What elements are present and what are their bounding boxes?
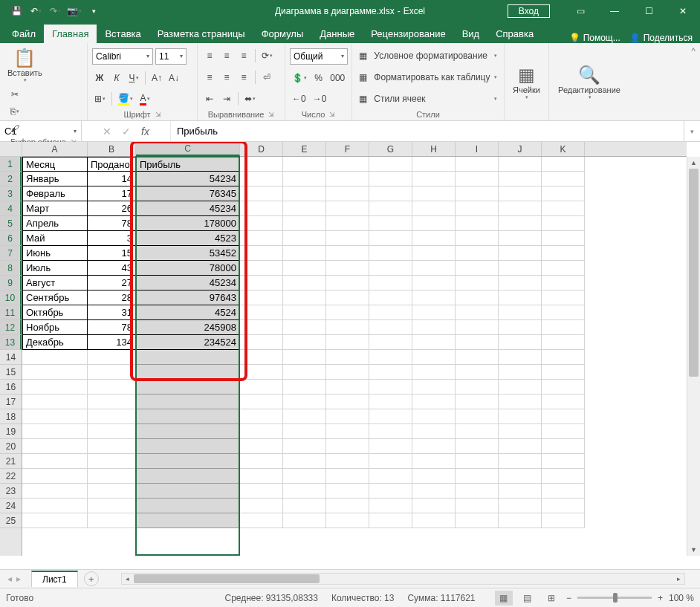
cell[interactable]: [499, 513, 542, 528]
cell[interactable]: [542, 484, 585, 499]
row-header[interactable]: 12: [0, 320, 22, 335]
cell[interactable]: [499, 350, 542, 365]
cell[interactable]: [369, 424, 412, 439]
cell[interactable]: [499, 439, 542, 454]
sheet-tab[interactable]: Лист1: [31, 571, 78, 587]
cell[interactable]: [240, 231, 283, 246]
cell[interactable]: [542, 172, 585, 186]
column-header[interactable]: H: [412, 142, 456, 156]
cell[interactable]: 97643: [136, 290, 240, 305]
tab-page-layout[interactable]: Разметка страницы: [149, 25, 253, 43]
cell[interactable]: [88, 484, 136, 499]
cell[interactable]: [283, 350, 326, 365]
cell[interactable]: [240, 513, 283, 528]
cell[interactable]: [326, 454, 369, 469]
cell[interactable]: [283, 439, 326, 454]
cell[interactable]: [326, 469, 369, 484]
cell[interactable]: 53452: [136, 246, 240, 261]
cell[interactable]: [136, 454, 240, 469]
cell[interactable]: [369, 320, 412, 335]
cell[interactable]: [412, 216, 456, 231]
camera-icon[interactable]: 📷▾: [65, 2, 83, 20]
cell[interactable]: Продано: [88, 157, 136, 172]
cell[interactable]: [283, 157, 326, 172]
cell[interactable]: [240, 454, 283, 469]
cell[interactable]: [136, 499, 240, 513]
cell[interactable]: [326, 172, 369, 186]
row-header[interactable]: 1: [0, 157, 22, 172]
increase-indent-button[interactable]: ⇥: [219, 91, 234, 106]
row-header[interactable]: 10: [0, 290, 22, 305]
cell[interactable]: [456, 469, 499, 484]
cell[interactable]: [283, 395, 326, 409]
font-name-combo[interactable]: Calibri▾: [92, 48, 153, 65]
cell[interactable]: [456, 157, 499, 172]
cell[interactable]: [283, 424, 326, 439]
cell[interactable]: [499, 157, 542, 172]
font-launcher-icon[interactable]: ⇲: [155, 111, 161, 118]
cell[interactable]: [283, 409, 326, 424]
cell[interactable]: [136, 350, 240, 365]
cell[interactable]: [412, 454, 456, 469]
page-layout-view-icon[interactable]: ▤: [519, 591, 537, 606]
cell[interactable]: [412, 484, 456, 499]
cell[interactable]: 78000: [136, 261, 240, 276]
cell[interactable]: [542, 395, 585, 409]
align-bottom-button[interactable]: ≡: [236, 48, 251, 63]
scroll-down-icon[interactable]: ▼: [687, 544, 700, 556]
cell[interactable]: [88, 424, 136, 439]
cell[interactable]: [369, 186, 412, 201]
collapse-ribbon-icon[interactable]: ^: [687, 43, 700, 120]
cell[interactable]: Май: [22, 231, 88, 246]
scroll-left-icon[interactable]: ◂: [122, 574, 134, 584]
cell[interactable]: [88, 439, 136, 454]
cell[interactable]: 234524: [136, 335, 240, 350]
hscroll-thumb[interactable]: [134, 574, 320, 583]
cell[interactable]: [412, 201, 456, 216]
cell[interactable]: 28: [88, 290, 136, 305]
cell[interactable]: [412, 350, 456, 365]
tab-view[interactable]: Вид: [454, 25, 488, 43]
cell[interactable]: [369, 469, 412, 484]
row-header[interactable]: 2: [0, 172, 22, 186]
row-header[interactable]: 13: [0, 335, 22, 350]
cell[interactable]: [22, 350, 88, 365]
cell[interactable]: [240, 380, 283, 395]
cell[interactable]: [326, 186, 369, 201]
font-size-combo[interactable]: 11▾: [155, 48, 187, 65]
cell[interactable]: [499, 380, 542, 395]
cell[interactable]: [456, 409, 499, 424]
cell[interactable]: [369, 261, 412, 276]
cell[interactable]: [542, 320, 585, 335]
cell[interactable]: [369, 335, 412, 350]
scroll-up-icon[interactable]: ▲: [687, 157, 700, 169]
formula-input[interactable]: Прибыль: [171, 121, 684, 141]
italic-button[interactable]: К: [109, 71, 124, 85]
column-header[interactable]: G: [369, 142, 412, 156]
cell[interactable]: [88, 499, 136, 513]
cell[interactable]: [499, 395, 542, 409]
cell[interactable]: [499, 409, 542, 424]
cell[interactable]: [326, 395, 369, 409]
cell[interactable]: [542, 305, 585, 320]
row-header[interactable]: 7: [0, 246, 22, 261]
fill-color-button[interactable]: 🪣▾: [116, 91, 135, 106]
cell[interactable]: [88, 454, 136, 469]
cell[interactable]: [240, 172, 283, 186]
expand-formula-bar-icon[interactable]: ▾: [684, 121, 700, 141]
format-as-table-button[interactable]: ▦ Форматировать как таблицу▾: [357, 68, 499, 86]
cell[interactable]: Апрель: [22, 216, 88, 231]
cell[interactable]: [326, 350, 369, 365]
cell[interactable]: Январь: [22, 172, 88, 186]
cell[interactable]: [369, 157, 412, 172]
cell[interactable]: [283, 305, 326, 320]
borders-button[interactable]: ⊞▾: [92, 91, 108, 106]
row-header[interactable]: 14: [0, 350, 22, 365]
copy-button[interactable]: ⎘▾: [7, 104, 22, 119]
cell[interactable]: [369, 365, 412, 380]
cell[interactable]: [22, 484, 88, 499]
cell[interactable]: [283, 454, 326, 469]
cell[interactable]: 4523: [136, 231, 240, 246]
cell[interactable]: 15: [88, 246, 136, 261]
column-header[interactable]: K: [542, 142, 585, 156]
